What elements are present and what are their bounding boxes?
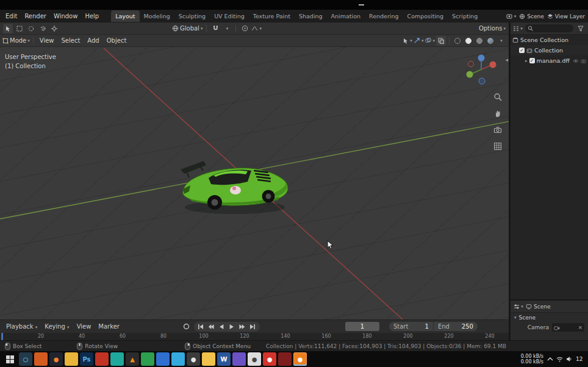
- jump-to-end-button[interactable]: [248, 322, 257, 331]
- view-layer-selector[interactable]: View Layer: [547, 13, 585, 20]
- auto-keyframe-button[interactable]: [182, 322, 191, 331]
- previous-keyframe-button[interactable]: [207, 322, 216, 331]
- volume-icon[interactable]: [566, 356, 572, 362]
- n-panel-toggle[interactable]: ◂: [505, 57, 508, 63]
- tab-scripting[interactable]: Scripting: [448, 10, 482, 22]
- scene-selector[interactable]: Scene: [519, 13, 543, 20]
- current-frame-field[interactable]: 1: [345, 322, 379, 331]
- zoom-button[interactable]: [493, 92, 503, 102]
- car-object[interactable]: [177, 154, 293, 218]
- transform-orientation-dropdown[interactable]: Global ▾: [172, 24, 203, 34]
- scene-panel-header[interactable]: ▾ Scene: [511, 313, 588, 322]
- tray-caret-icon[interactable]: [547, 357, 553, 362]
- tab-sculpting[interactable]: Sculpting: [174, 10, 210, 22]
- add-menu[interactable]: Add: [84, 37, 102, 45]
- select-visibility-dropdown[interactable]: ▾: [403, 36, 412, 46]
- tab-animation[interactable]: Animation: [327, 10, 365, 22]
- camera-object-field[interactable]: ×: [552, 323, 584, 332]
- menu-help[interactable]: Help: [81, 12, 102, 20]
- xray-toggle-button[interactable]: [436, 36, 446, 46]
- gizmo-x-axis[interactable]: [490, 62, 497, 68]
- proportional-editing-button[interactable]: [240, 24, 249, 34]
- gizmo-y-axis[interactable]: [467, 71, 473, 78]
- taskbar-app-17[interactable]: ●: [263, 352, 276, 366]
- editor-type-dropdown[interactable]: ▾: [513, 24, 523, 34]
- properties-editor-dropdown[interactable]: ▾: [514, 302, 523, 312]
- taskbar-app-blender[interactable]: ●: [293, 352, 307, 366]
- start-button[interactable]: [2, 352, 17, 366]
- taskbar-app-10[interactable]: [156, 352, 170, 366]
- wifi-icon[interactable]: [556, 357, 563, 362]
- taskbar-app-15[interactable]: [232, 352, 246, 366]
- shading-solid-button[interactable]: [464, 36, 473, 46]
- outliner-row-manana[interactable]: ▸ ✓ manana.dff: [511, 55, 588, 66]
- select-circle-button[interactable]: [26, 24, 36, 34]
- menu-window[interactable]: Window: [50, 12, 81, 20]
- options-dropdown[interactable]: Options ▾: [479, 24, 506, 34]
- frame-end-field[interactable]: End 250: [434, 322, 478, 331]
- play-reverse-button[interactable]: [217, 322, 226, 331]
- select-lasso-button[interactable]: [38, 24, 48, 34]
- render-visibility-icon[interactable]: [581, 59, 586, 63]
- timeline-view-menu[interactable]: View: [73, 322, 95, 330]
- taskbar-app-7[interactable]: [110, 352, 124, 366]
- grid-view-button[interactable]: [493, 141, 503, 151]
- gizmo-z-neg-axis[interactable]: [479, 78, 485, 84]
- outliner-search-field[interactable]: [525, 24, 573, 32]
- outliner-row-scene-collection[interactable]: Scene Collection: [511, 35, 588, 45]
- next-keyframe-button[interactable]: [238, 322, 247, 331]
- taskbar-app-6[interactable]: [95, 352, 109, 366]
- cursor-3d-button[interactable]: [49, 24, 59, 34]
- taskbar-app-vlc[interactable]: ▲: [126, 352, 139, 366]
- outliner-row-collection[interactable]: ✓ Collection: [511, 45, 588, 55]
- collection-checkbox[interactable]: ✓: [519, 48, 525, 53]
- shading-settings-dropdown[interactable]: ▾: [497, 36, 506, 46]
- jump-to-start-button[interactable]: [196, 322, 206, 331]
- object-menu[interactable]: Object: [104, 37, 130, 45]
- gizmo-x-neg-axis[interactable]: [468, 62, 474, 67]
- select-box-button[interactable]: [15, 24, 24, 34]
- gizmo-z-axis[interactable]: [478, 55, 485, 62]
- show-gizmo-dropdown[interactable]: ▾: [414, 36, 424, 46]
- tab-shading[interactable]: Shading: [295, 10, 327, 22]
- tweak-tool-button[interactable]: [3, 24, 13, 34]
- tab-texture-paint[interactable]: Texture Paint: [249, 10, 295, 22]
- tab-rendering[interactable]: Rendering: [365, 10, 403, 22]
- navigation-gizmo[interactable]: [465, 53, 498, 86]
- proportional-falloff-dropdown[interactable]: ▾: [251, 24, 262, 34]
- tab-layout[interactable]: Layout: [111, 10, 139, 22]
- taskbar-app-folder[interactable]: [65, 352, 78, 366]
- playback-menu[interactable]: Playback ▾: [2, 322, 41, 330]
- taskbar-app-firefox[interactable]: ●: [49, 352, 63, 366]
- keying-menu[interactable]: Keying ▾: [41, 322, 73, 330]
- snap-settings-dropdown[interactable]: ▾: [222, 24, 232, 34]
- camera-view-button[interactable]: [493, 125, 503, 135]
- taskbar-app-word[interactable]: W: [217, 352, 231, 366]
- object-checkbox[interactable]: ✓: [529, 58, 535, 63]
- taskbar-clock[interactable]: 12: [576, 356, 586, 362]
- taskbar-app-18[interactable]: [278, 352, 292, 366]
- 3d-viewport[interactable]: User Perspective (1) Collection: [0, 47, 509, 319]
- shading-rendered-button[interactable]: [486, 36, 495, 46]
- mode-dropdown[interactable]: Mode ▾: [2, 36, 30, 46]
- eye-icon[interactable]: [573, 59, 579, 63]
- pan-view-button[interactable]: [493, 109, 503, 118]
- timeline-playhead[interactable]: [1, 333, 3, 340]
- taskbar-app-11[interactable]: [171, 352, 185, 366]
- overlays-dropdown[interactable]: ▾: [425, 36, 435, 46]
- marker-menu[interactable]: Marker: [95, 322, 123, 330]
- taskbar-app-2[interactable]: [34, 352, 48, 366]
- tab-uv-editing[interactable]: UV Editing: [210, 10, 249, 22]
- taskbar-app-16[interactable]: ●: [248, 352, 261, 366]
- shading-wireframe-button[interactable]: [453, 36, 462, 46]
- view-menu[interactable]: View: [37, 37, 57, 45]
- taskbar-app-search[interactable]: ○: [19, 352, 32, 366]
- filter-button[interactable]: [576, 24, 586, 34]
- play-button[interactable]: [228, 322, 237, 331]
- scene-browser-button[interactable]: ▾: [506, 13, 517, 20]
- shading-material-button[interactable]: [475, 36, 484, 46]
- snap-toggle-button[interactable]: [210, 24, 220, 34]
- taskbar-app-9[interactable]: [141, 352, 154, 366]
- menu-render[interactable]: Render: [21, 12, 50, 20]
- taskbar-app-12[interactable]: ●: [187, 352, 200, 366]
